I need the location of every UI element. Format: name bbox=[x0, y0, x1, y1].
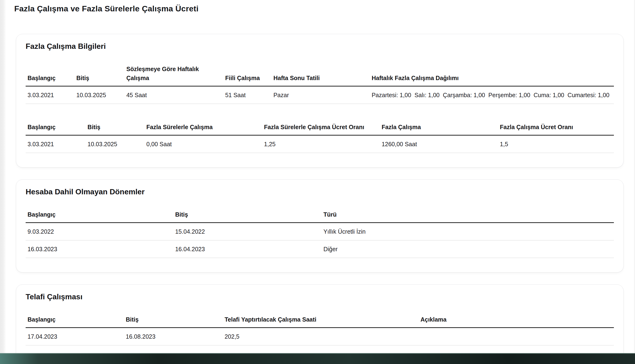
col-header-bitis: Bitiş bbox=[124, 315, 223, 328]
cell-telafi-yaptirtilacak-calisma-saati: 202,5 bbox=[223, 328, 418, 346]
hesaba-dahil-olmayan-donemler-table: Başlangıç Bitiş Türü 9.03.2022 15.04.202… bbox=[26, 210, 614, 258]
cell-baslangic: 9.03.2022 bbox=[26, 223, 173, 240]
table-row: 3.03.2021 10.03.2025 45 Saat 51 Saat Paz… bbox=[26, 86, 614, 104]
col-header-fazla-calisma-ucret-orani: Fazla Çalışma Ücret Oranı bbox=[498, 122, 614, 135]
table-row: 9.03.2022 15.04.2022 Yıllık Ücretli İzin bbox=[26, 223, 614, 240]
card-title-telafi-calismasi: Telafi Çalışması bbox=[26, 292, 614, 302]
cell-fazla-calisma-ucret-orani: 1,5 bbox=[498, 135, 614, 153]
cell-turu: Diğer bbox=[322, 240, 614, 258]
col-header-hafta-sonu-tatili: Hafta Sonu Tatili bbox=[272, 64, 370, 86]
cell-turu: Yıllık Ücretli İzin bbox=[322, 223, 614, 240]
cell-sozlesmeye-gore-haftalik-calisma: 45 Saat bbox=[124, 86, 223, 104]
col-header-fiili-calisma: Fiili Çalışma bbox=[223, 64, 272, 86]
cell-baslangic: 17.04.2023 bbox=[26, 328, 124, 346]
cell-fazla-surelerle-calisma-ucret-orani: 1,25 bbox=[262, 135, 380, 153]
card-hesaba-dahil-olmayan-donemler: Hesaba Dahil Olmayan Dönemler Başlangıç … bbox=[16, 180, 623, 272]
table-header-row: Başlangıç Bitiş Telafi Yaptırtılacak Çal… bbox=[26, 315, 614, 328]
cell-aciklama bbox=[418, 328, 614, 346]
col-header-sozlesmeye-gore-haftalik-calisma: Sözleşmeye Göre Haftalık Çalışma bbox=[124, 64, 223, 86]
card-title-fazla-calisma-bilgileri: Fazla Çalışma Bilgileri bbox=[26, 41, 614, 51]
col-header-turu: Türü bbox=[322, 210, 614, 223]
table-row: 17.04.2023 16.08.2023 202,5 bbox=[26, 328, 614, 346]
card-title-hesaba-dahil-olmayan-donemler: Hesaba Dahil Olmayan Dönemler bbox=[26, 187, 614, 197]
desktop-wallpaper-band bbox=[0, 353, 635, 364]
col-header-fazla-surelerle-calisma-ucret-orani: Fazla Sürelerle Çalışma Ücret Oranı bbox=[262, 122, 380, 135]
card-fazla-calisma-bilgileri: Fazla Çalışma Bilgileri Başlangıç Bitiş … bbox=[16, 34, 623, 168]
col-header-telafi-yaptirtilacak-calisma-saati: Telafi Yaptırtılacak Çalışma Saati bbox=[223, 315, 418, 328]
cell-baslangic: 3.03.2021 bbox=[26, 135, 86, 153]
col-header-baslangic: Başlangıç bbox=[26, 122, 86, 135]
cell-bitis: 10.03.2025 bbox=[86, 135, 144, 153]
left-gutter bbox=[0, 0, 6, 361]
cell-baslangic: 16.03.2023 bbox=[26, 240, 173, 258]
table-header-row: Başlangıç Bitiş Fazla Sürelerle Çalışma … bbox=[26, 122, 614, 135]
app-window: Fazla Çalışma ve Fazla Sürelerle Çalışma… bbox=[0, 0, 635, 361]
cell-fazla-surelerle-calisma: 0,00 Saat bbox=[144, 135, 262, 153]
window-right-edge bbox=[634, 0, 634, 361]
fazla-calisma-genel-table: Başlangıç Bitiş Sözleşmeye Göre Haftalık… bbox=[26, 64, 614, 104]
table-header-row: Başlangıç Bitiş Sözleşmeye Göre Haftalık… bbox=[26, 64, 614, 86]
card-telafi-calismasi: Telafi Çalışması Başlangıç Bitiş Telafi … bbox=[16, 284, 623, 360]
col-header-baslangic: Başlangıç bbox=[26, 64, 75, 86]
cell-haftalik-fazla-calisma-dagilimi: Pazartesi: 1,00 Salı: 1,00 Çarşamba: 1,0… bbox=[370, 86, 614, 104]
cell-bitis: 16.08.2023 bbox=[124, 328, 223, 346]
col-header-bitis: Bitiş bbox=[75, 64, 125, 86]
col-header-baslangic: Başlangıç bbox=[26, 210, 173, 223]
fazla-calisma-oranlar-table: Başlangıç Bitiş Fazla Sürelerle Çalışma … bbox=[26, 122, 614, 153]
col-header-fazla-surelerle-calisma: Fazla Sürelerle Çalışma bbox=[144, 122, 262, 135]
report-content: Fazla Çalışma ve Fazla Sürelerle Çalışma… bbox=[14, 0, 624, 360]
cell-hafta-sonu-tatili: Pazar bbox=[272, 86, 370, 104]
col-header-aciklama: Açıklama bbox=[418, 315, 614, 328]
telafi-calismasi-table: Başlangıç Bitiş Telafi Yaptırtılacak Çal… bbox=[26, 315, 614, 346]
table-row: 3.03.2021 10.03.2025 0,00 Saat 1,25 1260… bbox=[26, 135, 614, 153]
table-header-row: Başlangıç Bitiş Türü bbox=[26, 210, 614, 223]
cell-fazla-calisma: 1260,00 Saat bbox=[380, 135, 498, 153]
table-row: 16.03.2023 16.04.2023 Diğer bbox=[26, 240, 614, 258]
col-header-baslangic: Başlangıç bbox=[26, 315, 124, 328]
col-header-bitis: Bitiş bbox=[86, 122, 144, 135]
cell-bitis: 10.03.2025 bbox=[75, 86, 125, 104]
cell-baslangic: 3.03.2021 bbox=[26, 86, 75, 104]
page-title: Fazla Çalışma ve Fazla Sürelerle Çalışma… bbox=[14, 3, 624, 14]
cell-bitis: 16.04.2023 bbox=[173, 240, 322, 258]
cell-fiili-calisma: 51 Saat bbox=[223, 86, 272, 104]
cell-bitis: 15.04.2022 bbox=[173, 223, 322, 240]
col-header-bitis: Bitiş bbox=[173, 210, 322, 223]
col-header-fazla-calisma: Fazla Çalışma bbox=[380, 122, 498, 135]
col-header-haftalik-fazla-calisma-dagilimi: Haftalık Fazla Çalışma Dağılımı bbox=[370, 64, 614, 86]
